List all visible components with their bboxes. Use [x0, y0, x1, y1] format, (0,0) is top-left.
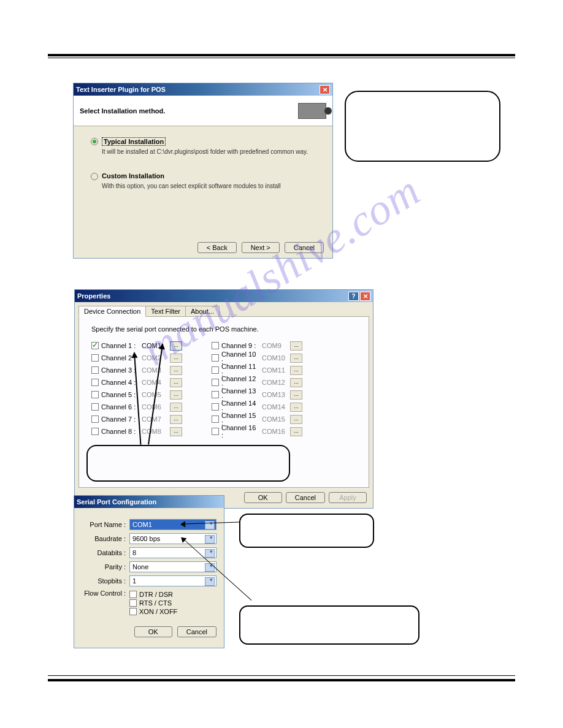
cancel-button[interactable]: Cancel — [285, 242, 324, 253]
checkbox-icon[interactable] — [212, 403, 219, 411]
com-label: COM3 — [142, 366, 167, 374]
cancel-button[interactable]: Cancel — [177, 626, 216, 637]
row-flow-control: Flow Control : DTR / DSR RTS / CTS XON /… — [82, 590, 216, 615]
checkbox-icon[interactable] — [129, 608, 137, 615]
fc-options: DTR / DSR RTS / CTS XON / XOFF — [129, 591, 177, 615]
fc-xon-xoff[interactable]: XON / XOFF — [129, 608, 177, 615]
tab-about[interactable]: About... — [185, 306, 220, 317]
configure-button: ... — [290, 390, 302, 400]
radio-typical[interactable]: Typical Installation — [91, 137, 315, 146]
configure-button: ... — [290, 415, 302, 424]
radio-label: Custom Installation — [102, 172, 164, 180]
row-baud: Baudrate : 9600 bps — [82, 533, 216, 544]
checkbox-icon[interactable] — [91, 428, 99, 435]
cancel-button[interactable]: Cancel — [286, 492, 325, 503]
channel-label: Channel 3 : — [101, 366, 139, 374]
checkbox-icon[interactable] — [212, 366, 219, 374]
checkbox-icon[interactable] — [91, 366, 99, 374]
tab-device-connection[interactable]: Device Connection — [79, 306, 146, 317]
com-label: COM15 — [262, 415, 288, 423]
header-text: Select Installation method. — [80, 107, 165, 115]
checkbox-icon[interactable] — [91, 354, 99, 362]
checkbox-icon[interactable] — [212, 354, 219, 362]
radio-icon[interactable] — [91, 173, 98, 180]
channel-label: Channel 6 : — [101, 403, 139, 411]
radio-desc: It will be installed at C:\dvr.plugins\p… — [102, 148, 315, 155]
baud-select[interactable]: 9600 bps — [129, 533, 216, 544]
next-button[interactable]: Next > — [242, 242, 280, 253]
rule-bot — [48, 679, 515, 681]
channel-row: Channel 10 :COM10... — [212, 352, 302, 363]
label: Databits : — [82, 549, 129, 556]
serial-config-dialog: Serial Port Configuration Port Name : CO… — [74, 495, 224, 648]
channel-row: Channel 12 :COM12... — [212, 377, 302, 388]
configure-button: ... — [290, 427, 302, 436]
checkbox-icon[interactable] — [129, 599, 137, 607]
radio-label: Typical Installation — [102, 137, 166, 146]
dialog-body: Port Name : COM1 Baudrate : 9600 bps Dat… — [74, 508, 224, 626]
fc-dtr-dsr[interactable]: DTR / DSR — [129, 591, 177, 598]
radio-icon[interactable] — [91, 138, 98, 145]
tab-strip: Device Connection Text Filter About... — [79, 306, 373, 317]
com-label: COM9 — [262, 342, 288, 349]
checkbox-icon[interactable] — [212, 391, 219, 398]
configure-button[interactable]: ... — [170, 341, 182, 351]
rule-bot-thin — [48, 675, 515, 676]
checkbox-icon[interactable] — [212, 379, 219, 386]
dialog-footer: OK Cancel — [74, 626, 224, 643]
channel-row: Channel 16 :COM16... — [212, 426, 302, 437]
row-stopbits: Stopbits : 1 — [82, 575, 216, 586]
channel-row: Channel 15 :COM15... — [212, 414, 302, 425]
configure-button: ... — [170, 415, 182, 424]
fc-label: RTS / CTS — [139, 599, 172, 607]
configure-button: ... — [290, 341, 302, 351]
tab-text-filter[interactable]: Text Filter — [145, 306, 186, 317]
stopbits-select[interactable]: 1 — [129, 575, 216, 586]
channel-row: Channel 11 :COM11... — [212, 365, 302, 376]
com-label: COM14 — [262, 403, 288, 411]
label: Parity : — [82, 563, 129, 571]
callout-bubble-4 — [239, 605, 419, 645]
ok-button[interactable]: OK — [134, 626, 172, 637]
help-icon[interactable]: ? — [348, 292, 359, 301]
checkbox-icon[interactable] — [91, 342, 99, 349]
configure-button: ... — [170, 427, 182, 436]
checkbox-icon[interactable] — [212, 415, 219, 423]
channel-row: Channel 14 :COM14... — [212, 401, 302, 412]
title-text: Text Inserter Plugin for POS — [76, 86, 320, 93]
configure-button: ... — [170, 403, 182, 412]
parity-select[interactable]: None — [129, 561, 216, 572]
channel-label: Channel 7 : — [101, 415, 139, 423]
channel-row: Channel 3 :COM3... — [91, 365, 182, 376]
callout-bubble-1 — [345, 91, 500, 162]
apply-button[interactable]: Apply — [329, 492, 367, 503]
channel-label: Channel 5 : — [101, 391, 139, 398]
checkbox-icon[interactable] — [91, 415, 99, 423]
configure-button: ... — [290, 366, 302, 375]
checkbox-icon[interactable] — [91, 391, 99, 398]
channel-label: Channel 9 : — [221, 342, 259, 349]
checkbox-icon[interactable] — [212, 428, 219, 435]
checkbox-icon[interactable] — [91, 403, 99, 411]
checkbox-icon[interactable] — [91, 379, 99, 386]
close-icon[interactable]: ✕ — [360, 292, 370, 301]
dialog-header: Select Installation method. — [74, 96, 332, 126]
back-button[interactable]: < Back — [197, 242, 237, 253]
checkbox-icon[interactable] — [129, 591, 137, 598]
ok-button[interactable]: OK — [244, 492, 282, 503]
callout-bubble-2 — [86, 445, 290, 482]
checkbox-icon[interactable] — [212, 342, 219, 349]
panel-desc: Specify the serial port connected to eac… — [91, 325, 356, 333]
com-label: COM4 — [142, 379, 167, 386]
configure-button: ... — [170, 390, 182, 400]
com-label: COM2 — [142, 354, 167, 362]
radio-custom[interactable]: Custom Installation — [91, 172, 315, 180]
configure-button: ... — [290, 378, 302, 387]
port-select[interactable]: COM1 — [129, 519, 216, 530]
channel-row: Channel 9 :COM9... — [212, 340, 302, 351]
channel-row: Channel 8 :COM8... — [91, 426, 182, 437]
close-icon[interactable]: ✕ — [320, 85, 330, 94]
channel-label: Channel 8 : — [101, 428, 139, 435]
fc-rts-cts[interactable]: RTS / CTS — [129, 599, 177, 607]
row-databits: Databits : 8 — [82, 547, 216, 558]
